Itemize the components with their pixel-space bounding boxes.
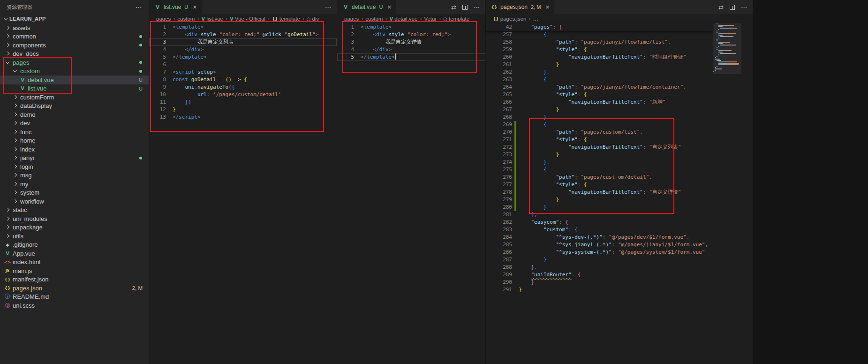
code-editor[interactable]: 257 {258 "path": "pages/jianyi/flowTime/… [486, 31, 753, 364]
code-line-265[interactable]: 265 "style": { [486, 91, 753, 99]
tree-item-utils[interactable]: utils [0, 232, 149, 241]
code-line-280[interactable]: 280 } [486, 204, 753, 211]
code-line-4[interactable]: 4 </div> [337, 46, 485, 53]
tree-item-manifest-json[interactable]: {}manifest.json [0, 275, 149, 284]
breadcrumb-item[interactable]: {}pages.json [493, 16, 526, 22]
code-line-3[interactable]: 3 我是自定义详情 [337, 38, 485, 46]
tree-item--gitignore[interactable]: ◆.gitignore [0, 241, 149, 250]
split-icon[interactable] [730, 5, 735, 10]
tree-item-readme-md[interactable]: ⓘREADME.md [0, 293, 149, 302]
code-line-8[interactable]: 8const goDetail = () => { [149, 76, 337, 83]
breadcrumb-item[interactable]: Vlist.vue [201, 16, 223, 22]
tree-item-workflow[interactable]: workflow [0, 197, 149, 206]
tree-item-main-js[interactable]: JSmain.js [0, 266, 149, 275]
breadcrumb-item[interactable]: Vdetail.vue [389, 16, 417, 22]
code-line-3[interactable]: 3 我是自定义列表 [149, 38, 337, 46]
code-line-262[interactable]: 262 }, [486, 68, 753, 76]
tree-item-app-vue[interactable]: VApp.vue [0, 249, 149, 258]
code-line-11[interactable]: 11 }) [149, 99, 337, 106]
code-line-270[interactable]: 270 "path": "pages/custom/list", [486, 129, 753, 136]
code-line-275[interactable]: 275 { [486, 166, 753, 174]
tree-item-assets[interactable]: assets [0, 23, 149, 32]
breadcrumb-item[interactable]: … [533, 16, 538, 22]
tree-item-login[interactable]: login [0, 162, 149, 171]
more-actions-icon[interactable]: ⋯ [136, 3, 142, 11]
more-icon[interactable]: ⋯ [325, 4, 331, 11]
tree-item-uni-scss[interactable]: ⓢuni.scss [0, 301, 149, 310]
breadcrumb-item[interactable]: ○div [307, 16, 319, 22]
breadcrumb-item[interactable]: VVue - Official [230, 16, 265, 22]
minimap[interactable] [713, 23, 741, 94]
code-line-279[interactable]: 279 } [486, 196, 753, 204]
code-line-274[interactable]: 274 }, [486, 159, 753, 166]
tree-item-dev-docs[interactable]: dev_docs [0, 50, 149, 59]
code-line-2[interactable]: 2 <div style="color: red;" @click="goDet… [149, 31, 337, 38]
compare-icon[interactable]: ⇄ [451, 4, 456, 11]
tree-item-common[interactable]: common [0, 32, 149, 41]
code-editor[interactable]: 1<template>2 <div style="color: red;" @c… [149, 23, 337, 364]
tab-detail-vue[interactable]: Vdetail.vueU× [337, 0, 396, 14]
split-icon[interactable] [462, 5, 468, 10]
code-line-264[interactable]: 264 "path": "pages/jianyi/flowTime/conta… [486, 83, 753, 91]
code-line-290[interactable]: 290 } [486, 279, 753, 286]
tree-item-jianyi[interactable]: jianyi [0, 154, 149, 163]
code-line-283[interactable]: 283 "custom": { [486, 226, 753, 234]
tree-item-index[interactable]: index [0, 145, 149, 154]
code-line-6[interactable]: 6 [149, 61, 337, 68]
code-line-267[interactable]: 267 } [486, 106, 753, 114]
tree-item-static[interactable]: static [0, 206, 149, 215]
code-line-2[interactable]: 2 <div style="color: red;"> [337, 31, 485, 38]
tree-item-uni-modules[interactable]: uni_modules [0, 214, 149, 223]
code-line-10[interactable]: 10 url: '/pages/custom/detail' [149, 91, 337, 99]
code-line-5[interactable]: 5</template> [149, 53, 337, 61]
more-icon[interactable]: ⋯ [741, 4, 747, 11]
tree-item-custom[interactable]: custom [0, 67, 149, 76]
code-line-263[interactable]: 263 { [486, 76, 753, 83]
close-icon[interactable]: × [193, 3, 196, 11]
breadcrumb-item[interactable]: Vetur [424, 16, 437, 22]
code-line-276[interactable]: 276 "path": "pages/cust om/detail", [486, 174, 753, 181]
project-root-row[interactable]: LEARUN_APP [0, 14, 149, 23]
tree-item-components[interactable]: components [0, 41, 149, 50]
code-editor[interactable]: 1<template>2 <div style="color: red;">3 … [337, 23, 485, 364]
tree-item-pages-json[interactable]: {}pages.json2, M [0, 284, 149, 293]
compare-icon[interactable]: ⇄ [718, 4, 724, 11]
tree-item-my[interactable]: my [0, 180, 149, 189]
tree-item-customform[interactable]: customForm [0, 93, 149, 102]
tree-item-list-vue[interactable]: Vlist.vueU [0, 84, 149, 93]
code-line-42[interactable]: 42 "pages": [ [486, 23, 713, 31]
tab-pages-json[interactable]: {}pages.json2, M× [486, 0, 554, 14]
code-line-269[interactable]: 269 { [486, 121, 753, 129]
code-line-258[interactable]: 258 "path": "pages/jianyi/flowTime/list"… [486, 38, 753, 46]
code-line-268[interactable]: 268 }, [486, 114, 753, 121]
tree-item-msg[interactable]: msg [0, 171, 149, 180]
code-line-282[interactable]: 282 "easycom": { [486, 219, 753, 226]
code-line-259[interactable]: 259 "style": { [486, 46, 753, 53]
code-line-277[interactable]: 277 "style": { [486, 181, 753, 189]
code-line-9[interactable]: 9 uni.navigateTo({ [149, 83, 337, 91]
close-icon[interactable]: × [387, 3, 391, 11]
code-line-257[interactable]: 257 { [486, 31, 753, 38]
code-line-281[interactable]: 281 ], [486, 211, 753, 219]
more-icon[interactable]: ⋯ [474, 4, 480, 11]
breadcrumb-item[interactable]: custom [365, 16, 383, 22]
tree-item-index-html[interactable]: <>index.html [0, 258, 149, 267]
tree-item-detail-vue[interactable]: Vdetail.vueU [0, 76, 149, 84]
code-line-291[interactable]: 291} [486, 286, 753, 294]
code-line-266[interactable]: 266 "navigationBarTitleText": "新增" [486, 99, 753, 106]
code-line-7[interactable]: 7<script setup> [149, 68, 337, 76]
tree-item-pages[interactable]: pages [0, 58, 149, 67]
breadcrumb-item[interactable]: custom [177, 16, 195, 22]
breadcrumb-item[interactable]: pages [156, 16, 171, 22]
tree-item-system[interactable]: system [0, 189, 149, 197]
code-line-5[interactable]: 5</template> [337, 53, 485, 61]
code-line-260[interactable]: 260 "navigationBarTitleText": "时间组件验证" [486, 53, 753, 61]
code-line-1[interactable]: 1<template> [337, 23, 485, 31]
breadcrumb-item[interactable]: ○template [443, 16, 469, 22]
tree-item-datadisplay[interactable]: dataDisplay [0, 102, 149, 111]
tree-item-func[interactable]: func [0, 128, 149, 136]
code-line-288[interactable]: 288 }, [486, 264, 753, 271]
code-line-271[interactable]: 271 "style": { [486, 136, 753, 144]
code-line-261[interactable]: 261 } [486, 61, 753, 68]
tree-item-dev[interactable]: dev [0, 119, 149, 128]
